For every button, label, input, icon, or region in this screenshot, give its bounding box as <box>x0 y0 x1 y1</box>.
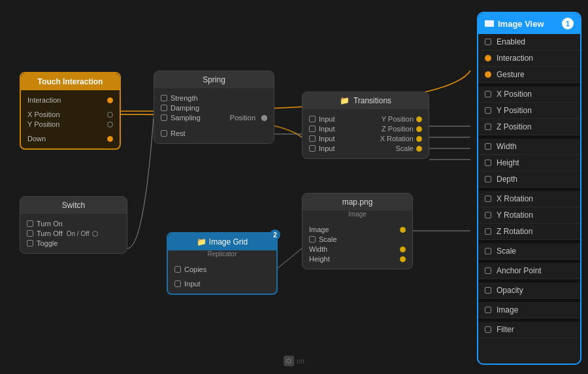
panel-item-z-rotation[interactable]: Z Rotation <box>478 224 580 240</box>
sampling-port[interactable] <box>161 114 167 121</box>
app-logo-icon: ⬡ <box>284 356 294 366</box>
position-port-out[interactable] <box>261 115 267 121</box>
interaction-port-out[interactable] <box>107 97 113 103</box>
x-position-row: X Position <box>27 110 113 118</box>
scale-checkbox[interactable] <box>485 248 491 254</box>
footer-logo: ⬡ cn <box>284 356 304 366</box>
z-pos-checkbox[interactable] <box>485 124 491 130</box>
map-title: map.png <box>302 194 412 211</box>
scale-out[interactable] <box>416 146 422 152</box>
panel-item-x-position[interactable]: X Position <box>478 86 580 103</box>
rest-row: Rest <box>161 129 267 137</box>
input-port-4[interactable] <box>309 145 316 152</box>
node-touch-interaction[interactable]: Touch Interaction Interaction X Position… <box>20 72 121 150</box>
y-position-port[interactable] <box>107 122 113 128</box>
input-port-3[interactable] <box>309 135 316 142</box>
imagegrid-badge: 2 <box>270 230 280 240</box>
panel-item-height[interactable]: Height <box>478 155 580 171</box>
panel-title-text-label: Image View <box>498 19 544 29</box>
panel-item-y-position[interactable]: Y Position <box>478 103 580 119</box>
touch-interaction-title: Touch Interaction <box>21 73 120 90</box>
input-port-2[interactable] <box>309 126 316 132</box>
turn-on-port[interactable] <box>27 220 33 227</box>
image-checkbox[interactable] <box>485 307 491 313</box>
strength-port[interactable] <box>161 95 167 101</box>
panel-item-depth[interactable]: Depth <box>478 171 580 188</box>
transitions-row-3: Input X Rotation <box>309 135 422 143</box>
z-pos-out[interactable] <box>416 126 422 132</box>
panel-image-view: Image View 1 Enabled Interaction Gesture… <box>477 12 581 365</box>
damping-port[interactable] <box>161 105 167 111</box>
turn-off-port[interactable] <box>27 230 33 237</box>
spring-title: Spring <box>154 71 274 88</box>
transitions-row-1: Input Y Position <box>309 115 422 123</box>
turn-on-row: Turn On <box>27 220 120 228</box>
z-rot-checkbox[interactable] <box>485 228 491 235</box>
image-port-out[interactable] <box>400 227 406 233</box>
y-position-row: Y Position <box>27 120 113 128</box>
panel-item-z-position[interactable]: Z Position <box>478 119 580 135</box>
width-port-out[interactable] <box>400 246 406 252</box>
panel-item-scale[interactable]: Scale <box>478 243 580 260</box>
width-checkbox[interactable] <box>485 143 491 150</box>
panel-item-opacity[interactable]: Opacity <box>478 282 580 299</box>
imagegrid-subtitle: Replicator <box>168 250 276 260</box>
opacity-checkbox[interactable] <box>485 287 491 294</box>
height-checkbox[interactable] <box>485 160 491 166</box>
touch-interaction-row: Interaction <box>27 96 113 104</box>
footer-text: cn <box>297 357 304 365</box>
panel-item-y-rotation[interactable]: Y Rotation <box>478 207 580 224</box>
turn-off-row: Turn Off On / Off <box>27 230 120 237</box>
y-pos-checkbox[interactable] <box>485 107 491 114</box>
transitions-title: 📁 Transitions <box>302 92 429 109</box>
enabled-checkbox[interactable] <box>485 39 491 45</box>
imagegrid-folder-icon: 📁 <box>197 237 206 246</box>
panel-item-gesture[interactable]: Gesture <box>478 67 580 83</box>
node-map-png[interactable]: map.png Image Image Scale Width Height <box>302 193 413 269</box>
y-rot-checkbox[interactable] <box>485 212 491 218</box>
rest-port[interactable] <box>161 130 167 137</box>
panel-item-enabled[interactable]: Enabled <box>478 34 580 50</box>
panel-item-x-rotation[interactable]: X Rotation <box>478 191 580 207</box>
y-pos-out[interactable] <box>416 116 422 122</box>
node-transitions[interactable]: 📁 Transitions Input Y Position Input Z P… <box>302 92 429 159</box>
on-off-port-out[interactable] <box>92 231 98 237</box>
switch-title: Switch <box>20 197 127 214</box>
anchor-checkbox[interactable] <box>485 267 491 274</box>
node-image-grid[interactable]: 📁 Image Grid 2 Replicator Copies Input <box>167 232 278 295</box>
x-rot-checkbox[interactable] <box>485 196 491 202</box>
panel-item-image[interactable]: Image <box>478 302 580 318</box>
map-subtitle: Image <box>302 211 412 220</box>
node-spring[interactable]: Spring Strength Damping Sampling Positio… <box>154 71 274 144</box>
width-row: Width <box>309 245 406 253</box>
interaction-dot <box>485 55 491 61</box>
imagegrid-title: 📁 Image Grid 2 <box>168 233 276 250</box>
panel-item-width[interactable]: Width <box>478 139 580 155</box>
filter-checkbox[interactable] <box>485 326 491 333</box>
input-port[interactable] <box>174 280 181 287</box>
depth-checkbox[interactable] <box>485 176 491 182</box>
height-port-out[interactable] <box>400 256 406 262</box>
transitions-folder-icon: 📁 <box>340 96 350 105</box>
copies-row: Copies <box>174 265 270 273</box>
panel-title-bar: Image View 1 <box>478 13 580 34</box>
down-port[interactable] <box>107 136 113 142</box>
height-row: Height <box>309 255 406 263</box>
copies-port[interactable] <box>174 266 181 273</box>
x-position-port[interactable] <box>107 112 113 118</box>
x-rot-out[interactable] <box>416 136 422 142</box>
panel-badge: 1 <box>562 18 574 29</box>
transitions-row-4: Input Scale <box>309 144 422 152</box>
interaction-label: Interaction <box>27 96 104 104</box>
svg-line-7 <box>278 248 302 268</box>
input-port-1[interactable] <box>309 116 316 122</box>
panel-item-interaction[interactable]: Interaction <box>478 50 580 67</box>
toggle-port[interactable] <box>27 240 33 246</box>
panel-folder-icon <box>485 20 494 27</box>
node-switch[interactable]: Switch Turn On Turn Off On / Off Toggle <box>20 196 127 254</box>
scale-port[interactable] <box>309 236 316 243</box>
x-pos-checkbox[interactable] <box>485 91 491 97</box>
panel-item-anchor-point[interactable]: Anchor Point <box>478 263 580 279</box>
panel-item-filter[interactable]: Filter <box>478 322 580 338</box>
toggle-row: Toggle <box>27 239 120 247</box>
